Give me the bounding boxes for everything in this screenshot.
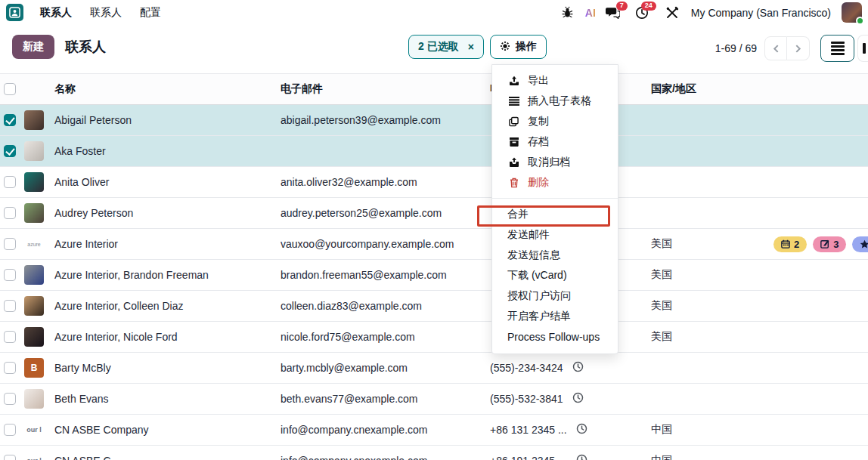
- row-checkbox[interactable]: [4, 145, 16, 157]
- table-row[interactable]: Abigail Peterson abigail.peterson39@exam…: [0, 105, 868, 136]
- contact-phone: +86 191 2345 ...: [490, 455, 567, 460]
- row-checkbox[interactable]: [4, 455, 16, 460]
- contact-name: Beth Evans: [54, 393, 281, 405]
- row-checkbox[interactable]: [4, 176, 16, 188]
- avatar: [24, 296, 44, 316]
- table-row[interactable]: B Barty McBly barty.mcbly@example.com (5…: [0, 353, 868, 384]
- contact-email: info@company.cnexample.com: [281, 455, 490, 460]
- debug-icon[interactable]: [556, 0, 579, 25]
- activity-clock-icon[interactable]: [572, 392, 584, 406]
- column-header-country[interactable]: 国家/地区: [651, 82, 715, 96]
- spreadsheet-icon: [507, 97, 520, 106]
- pager-range: 1-69 / 69: [715, 42, 757, 54]
- avatar: [24, 327, 44, 347]
- menu-item-export[interactable]: 导出: [492, 70, 618, 91]
- unarchive-icon: [507, 157, 520, 168]
- contact-email: colleen.diaz83@example.com: [281, 300, 490, 312]
- column-header-email[interactable]: 电子邮件: [281, 82, 490, 96]
- opportunities-badge[interactable]: 3: [813, 236, 846, 252]
- activity-clock-icon[interactable]: [576, 423, 587, 437]
- new-button[interactable]: 新建: [12, 35, 54, 59]
- table-row[interactable]: Audrey Peterson audrey.peterson25@exampl…: [0, 198, 868, 229]
- table-row[interactable]: our l CN ASBE C info@company.cnexample.c…: [0, 446, 868, 460]
- tasks-badge[interactable]: 2: [852, 236, 868, 252]
- meetings-badge[interactable]: 2: [773, 236, 807, 252]
- list-view-button[interactable]: [820, 35, 854, 62]
- table-row[interactable]: Azure Interior, Nicole Ford nicole.ford7…: [0, 322, 868, 353]
- activity-clock-icon[interactable]: [572, 361, 584, 375]
- export-icon: [507, 76, 520, 86]
- row-checkbox[interactable]: [4, 114, 16, 126]
- row-checkbox[interactable]: [4, 238, 16, 250]
- menu-item-archive[interactable]: 存档: [492, 131, 618, 152]
- table-row[interactable]: Beth Evans beth.evans77@example.com (555…: [0, 384, 868, 415]
- avatar: [24, 110, 44, 130]
- table-row[interactable]: Aka Foster: [0, 136, 868, 167]
- table-row[interactable]: Azure Interior, Brandon Freeman brandon.…: [0, 260, 868, 291]
- avatar: [24, 203, 44, 223]
- pager-next-button[interactable]: [787, 36, 810, 60]
- column-header-name[interactable]: 名称: [54, 82, 281, 96]
- table-row[interactable]: azure Azure Interior vauxoo@yourcompany.…: [0, 229, 868, 260]
- gear-icon: [500, 41, 510, 54]
- selected-count-chip[interactable]: 2 已选取 ×: [408, 35, 484, 59]
- contact-email: barty.mcbly@example.com: [281, 362, 490, 374]
- nav-menu-contacts[interactable]: 联系人: [81, 0, 131, 25]
- tools-icon[interactable]: [661, 0, 684, 25]
- activities-icon[interactable]: 24: [631, 0, 653, 25]
- messages-count-badge: 7: [616, 2, 628, 11]
- menu-item-send-sms[interactable]: 发送短信息: [492, 245, 618, 265]
- table-header-row: 名称 电子邮件 电话 国家/地区: [0, 73, 868, 105]
- row-checkbox[interactable]: [4, 269, 16, 281]
- table-row[interactable]: Anita Oliver anita.oliver32@example.com: [0, 167, 868, 198]
- online-status-dot: [856, 17, 864, 25]
- row-checkbox[interactable]: [4, 207, 16, 219]
- company-switcher[interactable]: My Company (San Francisco): [684, 7, 839, 19]
- contacts-app-icon[interactable]: [6, 4, 23, 21]
- menu-item-process-followups[interactable]: Process Follow-ups: [492, 326, 618, 347]
- menu-item-grant-portal-access[interactable]: 授权门户访问: [492, 286, 618, 306]
- actions-button[interactable]: 操作: [490, 35, 547, 59]
- kanban-view-button[interactable]: [857, 35, 868, 62]
- menu-item-merge[interactable]: 合并: [492, 204, 618, 224]
- user-avatar[interactable]: [842, 2, 862, 23]
- pager-previous-button[interactable]: [764, 36, 787, 60]
- contacts-list: 名称 电子邮件 电话 国家/地区 Abigail Peterson abigai…: [0, 73, 868, 460]
- menu-item-download-vcard[interactable]: 下载 (vCard): [492, 265, 618, 286]
- menu-divider: [492, 198, 618, 199]
- row-checkbox[interactable]: [4, 362, 16, 374]
- table-row[interactable]: Azure Interior, Colleen Diaz colleen.dia…: [0, 291, 868, 322]
- row-checkbox[interactable]: [4, 393, 16, 405]
- company-logo-avatar: our l: [24, 420, 44, 440]
- row-checkbox[interactable]: [4, 331, 16, 343]
- contact-email: brandon.freeman55@example.com: [281, 269, 490, 281]
- contact-email: audrey.peterson25@example.com: [281, 207, 490, 219]
- select-all-checkbox[interactable]: [4, 83, 16, 95]
- contact-country: 中国: [651, 423, 715, 437]
- duplicate-icon: [507, 116, 520, 127]
- row-checkbox[interactable]: [4, 424, 16, 436]
- clear-selection-icon[interactable]: ×: [468, 41, 474, 53]
- activities-count-badge: 24: [641, 2, 656, 11]
- menu-item-send-email[interactable]: 发送邮件: [492, 224, 618, 245]
- activity-clock-icon[interactable]: [576, 454, 587, 460]
- page-title: 联系人: [65, 38, 106, 56]
- nav-menu-config[interactable]: 配置: [131, 0, 170, 25]
- pencil-icon: [820, 239, 829, 249]
- menu-item-unarchive[interactable]: 取消归档: [492, 152, 618, 172]
- menu-item-delete[interactable]: 删除: [492, 172, 618, 193]
- contact-name: Aka Foster: [54, 145, 281, 157]
- row-checkbox[interactable]: [4, 300, 16, 312]
- nav-app-name[interactable]: 联系人: [31, 0, 81, 25]
- contact-email: info@company.cnexample.com: [281, 424, 490, 436]
- menu-item-insert-spreadsheet[interactable]: 插入电子表格: [492, 91, 618, 111]
- messages-icon[interactable]: 7: [602, 0, 625, 25]
- menu-item-customer-statement[interactable]: 开启客户结单: [492, 306, 618, 326]
- contact-name: Anita Oliver: [54, 176, 281, 188]
- list-icon: [831, 42, 845, 55]
- table-row[interactable]: our l CN ASBE Company info@company.cnexa…: [0, 415, 868, 446]
- menu-item-duplicate[interactable]: 复制: [492, 111, 618, 131]
- ai-icon[interactable]: AI: [579, 0, 602, 25]
- contact-name: Azure Interior, Colleen Diaz: [54, 300, 281, 312]
- contact-email: vauxoo@yourcompany.example.com: [281, 238, 490, 250]
